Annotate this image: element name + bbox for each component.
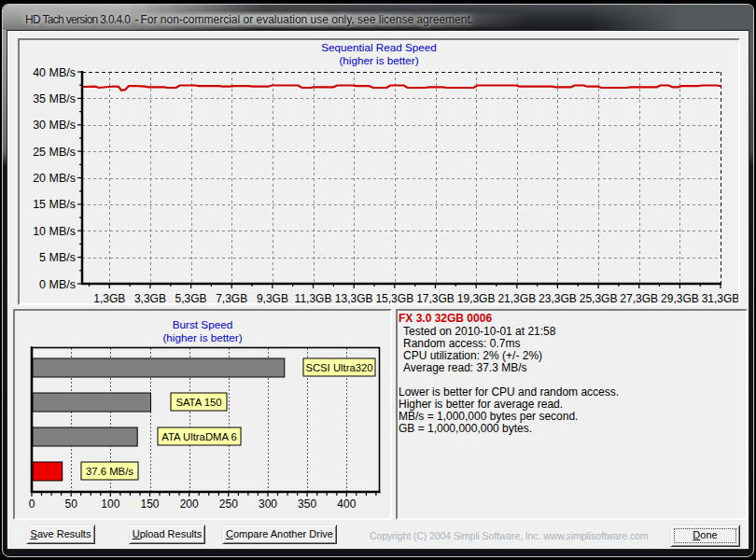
svg-text:29,3GB: 29,3GB (661, 292, 699, 305)
svg-text:0 MB/s: 0 MB/s (39, 278, 76, 291)
svg-text:15,3GB: 15,3GB (375, 292, 413, 305)
svg-text:SATA 150: SATA 150 (175, 397, 221, 408)
svg-text:9,3GB: 9,3GB (257, 292, 288, 305)
svg-text:23,3GB: 23,3GB (539, 292, 577, 305)
svg-text:40 MB/s: 40 MB/s (33, 66, 76, 79)
svg-text:0: 0 (29, 497, 35, 511)
svg-text:250: 250 (219, 497, 238, 511)
svg-text:37.6 MB/s: 37.6 MB/s (86, 466, 133, 477)
svg-text:300: 300 (259, 497, 277, 511)
svg-text:27,3GB: 27,3GB (620, 292, 658, 305)
svg-text:19,3GB: 19,3GB (457, 292, 496, 305)
svg-text:1,3GB: 1,3GB (93, 292, 125, 305)
svg-text:31,3GB: 31,3GB (702, 292, 738, 305)
svg-text:15 MB/s: 15 MB/s (33, 198, 76, 211)
svg-text:100: 100 (101, 497, 119, 511)
svg-text:50: 50 (65, 497, 78, 511)
svg-text:25,3GB: 25,3GB (580, 292, 618, 305)
svg-text:3,3GB: 3,3GB (134, 292, 166, 305)
svg-text:10 MB/s: 10 MB/s (33, 225, 76, 238)
svg-text:5,3GB: 5,3GB (175, 292, 207, 305)
svg-text:200: 200 (180, 497, 199, 511)
svg-text:150: 150 (140, 497, 159, 511)
svg-text:5 MB/s: 5 MB/s (39, 251, 76, 264)
svg-text:25 MB/s: 25 MB/s (33, 146, 76, 159)
svg-text:ATA UltraDMA 6: ATA UltraDMA 6 (161, 431, 237, 442)
svg-text:30 MB/s: 30 MB/s (33, 119, 76, 132)
svg-text:13,3GB: 13,3GB (335, 292, 373, 305)
svg-text:350: 350 (298, 497, 316, 511)
svg-text:20 MB/s: 20 MB/s (33, 172, 76, 185)
svg-text:17,3GB: 17,3GB (416, 292, 455, 305)
svg-text:11,3GB: 11,3GB (295, 292, 332, 305)
svg-text:21,3GB: 21,3GB (497, 292, 536, 305)
svg-text:400: 400 (337, 497, 356, 511)
svg-text:SCSI Ultra320: SCSI Ultra320 (305, 362, 372, 373)
svg-text:7,3GB: 7,3GB (216, 292, 247, 305)
svg-text:35 MB/s: 35 MB/s (33, 92, 76, 105)
